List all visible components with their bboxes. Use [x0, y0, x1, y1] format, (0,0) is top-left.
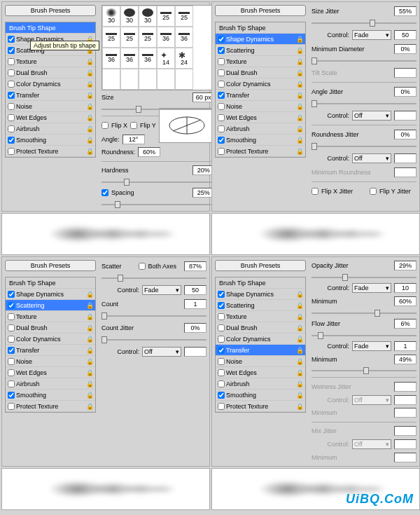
opt-shape-dynamics[interactable]: Shape Dynamics🔒	[216, 289, 305, 300]
flipy-jitter-check[interactable]	[370, 188, 377, 195]
opt-airbrush[interactable]: Airbrush🔒	[216, 123, 305, 135]
check-color-dynamics[interactable]	[8, 81, 15, 88]
size-slider[interactable]	[102, 105, 215, 113]
opt-protect-texture[interactable]: Protect Texture🔒	[216, 401, 305, 412]
opt-scattering[interactable]: Scattering🔒	[216, 45, 305, 56]
opt-smoothing[interactable]: Smoothing🔒	[216, 390, 305, 401]
opt-wet-edges[interactable]: Wet Edges🔒	[216, 367, 305, 378]
brush-presets-button[interactable]: Brush Presets	[5, 5, 96, 16]
scatter-value[interactable]: 87%	[184, 261, 206, 271]
count-jitter-slider[interactable]	[102, 336, 206, 344]
opt-transfer[interactable]: Transfer🔒	[216, 90, 305, 101]
min-diam-slider[interactable]	[312, 57, 416, 65]
opt-texture[interactable]: Texture🔒	[6, 56, 95, 67]
check-airbrush[interactable]	[8, 125, 15, 132]
opt-scattering[interactable]: Scattering🔒	[216, 300, 305, 311]
opt-transfer[interactable]: Transfer🔒	[6, 345, 95, 356]
check-scattering[interactable]	[8, 47, 15, 54]
control-select[interactable]: Off▾	[352, 153, 391, 163]
opt-color-dynamics[interactable]: Color Dynamics🔒	[6, 78, 95, 90]
brush-presets-button[interactable]: Brush Presets	[5, 260, 96, 271]
control-select[interactable]: Fade▾	[352, 30, 391, 40]
control-select[interactable]: Fade▾	[352, 283, 391, 293]
angle-jitter-slider[interactable]	[312, 99, 416, 108]
scatter-slider[interactable]	[102, 274, 206, 282]
opt-airbrush[interactable]: Airbrush🔒	[216, 378, 305, 390]
round-jitter-slider[interactable]	[312, 142, 416, 151]
both-axes-check[interactable]	[139, 263, 146, 270]
roundness-value[interactable]: 60%	[138, 147, 160, 157]
opt-dual-brush[interactable]: Dual Brush🔒	[6, 67, 95, 78]
hardness-slider[interactable]	[102, 178, 215, 186]
opt-dual-brush[interactable]: Dual Brush🔒	[216, 67, 305, 78]
opt-transfer[interactable]: Transfer🔒	[216, 345, 305, 356]
count-value[interactable]: 1	[184, 299, 206, 309]
opt-noise[interactable]: Noise🔒	[216, 101, 305, 112]
opt-noise[interactable]: Noise🔒	[6, 101, 95, 112]
opt-texture[interactable]: Texture🔒	[216, 311, 305, 322]
angle-jitter-value[interactable]: 0%	[394, 87, 416, 97]
opt-noise[interactable]: Noise🔒	[216, 356, 305, 367]
opt-smoothing[interactable]: Smoothing🔒	[6, 390, 95, 401]
flipx-check[interactable]	[102, 122, 108, 129]
opt-color-dynamics[interactable]: Color Dynamics🔒	[216, 78, 305, 90]
opt-shape-dynamics[interactable]: Shape Dynamics🔒	[6, 289, 95, 300]
control-select[interactable]: Off▾	[142, 347, 181, 357]
size-jitter-slider[interactable]	[312, 19, 416, 27]
opt-airbrush[interactable]: Airbrush🔒	[6, 378, 95, 390]
opt-scattering[interactable]: Scattering🔒	[6, 300, 95, 311]
opt-airbrush[interactable]: Airbrush🔒	[6, 123, 95, 135]
brush-tip-shape-row[interactable]: Brush Tip Shape	[6, 22, 95, 34]
check-protect-texture[interactable]	[8, 148, 15, 155]
flipy-check[interactable]	[130, 122, 137, 129]
check-noise[interactable]	[8, 103, 15, 110]
min-value[interactable]: 60%	[394, 296, 416, 306]
flipx-jitter-check[interactable]	[312, 188, 318, 195]
opt-texture[interactable]: Texture🔒	[6, 311, 95, 322]
check-dual-brush[interactable]	[8, 69, 15, 76]
brush-tip-shape-row[interactable]: Brush Tip Shape	[6, 277, 95, 289]
opt-smoothing[interactable]: Smoothing🔒	[216, 135, 305, 146]
opt-protect-texture[interactable]: Protect Texture🔒	[6, 146, 95, 157]
opt-protect-texture[interactable]: Protect Texture🔒	[6, 401, 95, 412]
control-select[interactable]: Fade▾	[142, 285, 181, 295]
opt-noise[interactable]: Noise🔒	[6, 356, 95, 367]
opt-wet-edges[interactable]: Wet Edges🔒	[216, 112, 305, 123]
opt-color-dynamics[interactable]: Color Dynamics🔒	[216, 334, 305, 345]
brush-preset-grid[interactable]: 30 30 30 25 25 25 25 25 36 36 36 36 36 ✦…	[102, 5, 215, 90]
opt-transfer[interactable]: Transfer🔒	[6, 90, 95, 101]
min-diam-value[interactable]: 0%	[394, 44, 416, 54]
flow-jitter-value[interactable]: 6%	[394, 319, 416, 329]
size-jitter-value[interactable]: 55%	[394, 6, 416, 16]
opt-dual-brush[interactable]: Dual Brush🔒	[6, 322, 95, 334]
control-select[interactable]: Off▾	[352, 111, 391, 121]
spacing-slider[interactable]	[102, 200, 215, 208]
count-jitter-value[interactable]: 0%	[184, 323, 206, 333]
control-select[interactable]: Fade▾	[352, 341, 391, 351]
angle-value[interactable]: 12°	[122, 135, 145, 144]
opt-protect-texture[interactable]: Protect Texture🔒	[216, 146, 305, 157]
opt-dual-brush[interactable]: Dual Brush🔒	[216, 322, 305, 334]
count-slider[interactable]	[102, 312, 206, 320]
opt-wet-edges[interactable]: Wet Edges🔒	[6, 367, 95, 378]
brush-tip-shape-row[interactable]: Brush Tip Shape	[216, 277, 305, 289]
check-transfer[interactable]	[8, 92, 15, 99]
opacity-jitter-value[interactable]: 29%	[394, 261, 416, 270]
min-slider[interactable]	[312, 309, 416, 317]
check-texture[interactable]	[8, 58, 15, 65]
check-smoothing[interactable]	[8, 137, 15, 144]
opt-shape-dynamics[interactable]: Shape Dynamics🔒	[216, 34, 305, 45]
opt-texture[interactable]: Texture🔒	[216, 56, 305, 67]
opt-color-dynamics[interactable]: Color Dynamics🔒	[6, 334, 95, 345]
spacing-check[interactable]	[102, 189, 108, 196]
flow-jitter-slider[interactable]	[312, 331, 416, 339]
check-wet-edges[interactable]	[8, 114, 15, 121]
brush-tip-shape-row[interactable]: Brush Tip Shape	[216, 22, 305, 34]
round-jitter-value[interactable]: 0%	[394, 130, 416, 139]
brush-presets-button[interactable]: Brush Presets	[215, 5, 306, 16]
opt-smoothing[interactable]: Smoothing🔒	[6, 135, 95, 146]
check-shape-dynamics[interactable]	[8, 36, 15, 43]
opt-wet-edges[interactable]: Wet Edges🔒	[6, 112, 95, 123]
min2-slider[interactable]	[312, 366, 416, 374]
opacity-jitter-slider[interactable]	[312, 273, 416, 281]
